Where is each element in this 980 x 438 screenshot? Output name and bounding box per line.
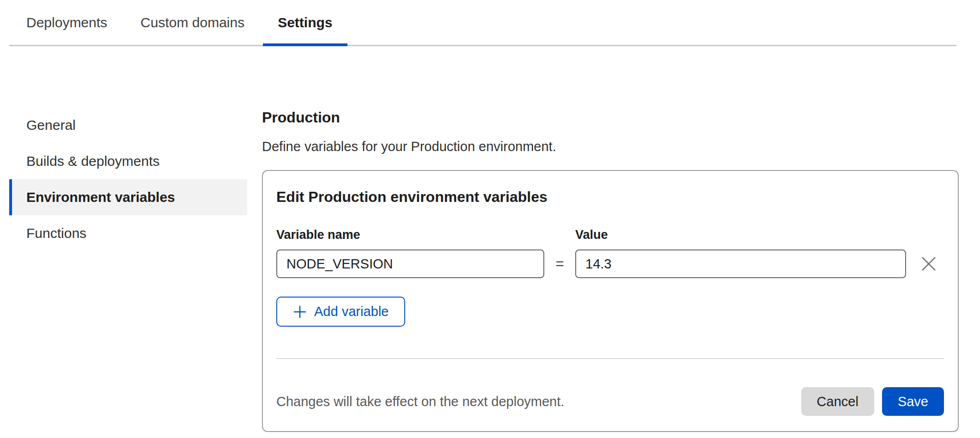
settings-content: General Builds & deployments Environment… [0,46,980,432]
sidebar-item-environment-variables[interactable]: Environment variables [9,179,247,215]
tab-custom-domains[interactable]: Custom domains [126,0,259,45]
settings-sidebar: General Builds & deployments Environment… [9,107,247,251]
deployment-note: Changes will take effect on the next dep… [276,394,564,409]
section-title: Production [262,108,959,127]
environment-variables-panel: Production Define variables for your Pro… [262,46,959,432]
section-description: Define variables for your Production env… [262,138,959,155]
variable-name-input[interactable] [276,249,544,278]
tab-settings[interactable]: Settings [263,0,347,45]
card-divider [276,358,944,359]
card-title: Edit Production environment variables [276,188,944,206]
save-button[interactable]: Save [882,387,944,416]
equals-sign: = [544,256,575,272]
variable-value-input[interactable] [575,249,906,278]
plus-icon [293,305,307,319]
card-footer: Changes will take effect on the next dep… [276,387,944,416]
value-label: Value [575,228,906,242]
sidebar-item-functions[interactable]: Functions [9,215,247,251]
edit-variables-card: Edit Production environment variables Va… [262,170,959,432]
add-variable-button[interactable]: Add variable [276,297,405,327]
remove-variable-button[interactable] [918,253,939,274]
variable-name-label: Variable name [276,228,544,242]
project-tabbar: Deployments Custom domains Settings [9,0,956,46]
sidebar-item-builds-deployments[interactable]: Builds & deployments [9,143,247,179]
sidebar-item-general[interactable]: General [9,107,247,143]
close-icon [921,256,937,272]
add-variable-label: Add variable [314,304,389,319]
footer-actions: Cancel Save [801,387,944,416]
cancel-button[interactable]: Cancel [801,387,874,416]
tab-deployments[interactable]: Deployments [12,0,122,45]
variable-row: Variable name Value = [276,228,944,278]
